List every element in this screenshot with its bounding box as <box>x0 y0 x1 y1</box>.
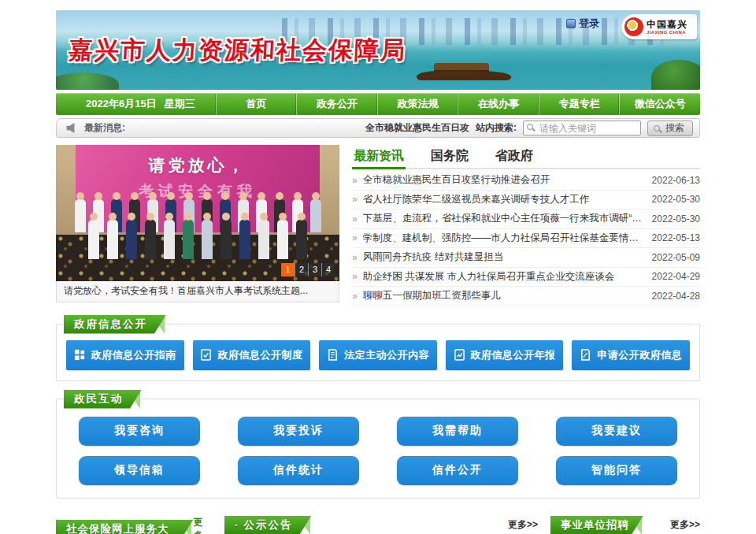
section-title: 事业单位招聘 <box>550 516 643 534</box>
doc-check-icon <box>200 349 212 361</box>
news-item-date: 2022-05-13 <box>652 232 700 243</box>
tab-latest-news[interactable]: 最新资讯 <box>352 145 406 169</box>
search-button-icon <box>654 125 660 132</box>
social-insurance-ribbon: 社会保险网上服务大厅 <box>56 520 193 534</box>
info-disclosure-section: 政府信息公开 政府信息公开指南 政府信息公开制度 法定主动公开内容 政府信息公开… <box>56 324 700 381</box>
news-item[interactable]: » 风雨同舟齐抗疫 结对共建显担当 2022-05-09 <box>352 248 700 268</box>
news-item-date: 2022-05-09 <box>652 252 700 263</box>
nav-item-gov-disclosure[interactable]: 政务公开 <box>296 93 377 115</box>
speaker-icon <box>66 123 75 134</box>
button-smart-qa[interactable]: 智能问答 <box>556 456 677 485</box>
site-search-label: 站内搜索: <box>476 121 517 135</box>
jiaxing-logo[interactable]: 中国嘉兴 JIAXING CHINA <box>621 14 697 39</box>
button-complain[interactable]: 我要投诉 <box>238 417 359 446</box>
person-figure <box>258 220 269 259</box>
news-item-title: 聊聊五一假期加班工资那些事儿 <box>363 289 643 302</box>
site-title: 嘉兴市人力资源和社会保障局 <box>68 34 407 67</box>
news-item[interactable]: » 学制度、建机制、强防控——市人力社保局召开社保基金要情专题学习会 2022-… <box>352 229 700 249</box>
backdrop-text-line1: 请党放心， <box>76 154 320 176</box>
header-banner: 嘉兴市人力资源和社会保障局 登录 中国嘉兴 JIAXING CHINA <box>56 10 700 90</box>
news-item-date: 2022-04-28 <box>652 291 700 302</box>
person-figure <box>107 220 118 259</box>
news-item[interactable]: » 聊聊五一假期加班工资那些事儿 2022-04-28 <box>352 287 700 306</box>
news-item[interactable]: » 全市稳就业惠民生百日攻坚行动推进会召开 2022-06-13 <box>352 171 700 191</box>
announcements-more-link[interactable]: 更多>> <box>508 518 538 532</box>
interaction-section: 政民互动 我要咨询 我要投诉 我需帮助 我要建议 领导信箱 信件统计 信件公开 … <box>56 399 700 499</box>
button-label: 法定主动公开内容 <box>344 348 429 362</box>
info-disclosure-header: 政府信息公开 <box>64 315 166 334</box>
nav-item-wechat[interactable]: 微信公众号 <box>619 93 700 115</box>
social-insurance-header: 社会保险网上服务大厅 更多 <box>56 516 212 534</box>
button-disclosure-guide[interactable]: 政府信息公开指南 <box>66 340 184 370</box>
news-item[interactable]: » 下基层、走流程，省社保和就业中心主任项薇一行来我市调研“国统”上线情况 20… <box>352 210 700 229</box>
nav-item-home[interactable]: 首页 <box>216 93 297 115</box>
news-item-title: 学制度、建机制、强防控——市人力社保局召开社保基金要情专题学习会 <box>363 232 643 245</box>
button-label: 申请公开政府信息 <box>597 348 682 362</box>
news-item[interactable]: » 省人社厅陈荣华二级巡视员来嘉兴调研专技人才工作 2022-05-30 <box>352 191 700 210</box>
recruitment-header: 事业单位招聘 更多>> <box>550 516 700 534</box>
person-figure <box>220 220 232 259</box>
recruitment-ribbon: 事业单位招聘 <box>550 516 643 534</box>
button-apply-disclosure[interactable]: 申请公开政府信息 <box>572 340 690 370</box>
pager-page-4[interactable]: 4 <box>321 263 335 276</box>
news-item[interactable]: » 助企纾困 共谋发展 市人力社保局召开重点企业交流座谈会 2022-04-29 <box>352 268 700 287</box>
person-figure <box>164 220 175 259</box>
recruitment-column: 事业单位招聘 更多>> •嘉兴市妇幼保健院2022年公开... •2022年嘉兴… <box>550 516 700 534</box>
nav-item-policies[interactable]: 政策法规 <box>377 93 458 115</box>
recruitment-more-link[interactable]: 更多>> <box>670 518 700 532</box>
person-figure <box>126 220 137 259</box>
interaction-buttons: 我要咨询 我要投诉 我需帮助 我要建议 领导信箱 信件统计 信件公开 智能问答 <box>57 399 699 498</box>
social-insurance-more-link[interactable]: 更多 <box>193 516 212 534</box>
pager-page-2[interactable]: 2 <box>295 263 308 276</box>
grid-icon <box>74 349 86 361</box>
button-suggest[interactable]: 我要建议 <box>556 417 677 446</box>
carousel-pager: 1 2 3 4 <box>281 263 335 276</box>
button-need-help[interactable]: 我需帮助 <box>397 417 518 446</box>
button-letter-disclosure[interactable]: 信件公开 <box>397 456 518 485</box>
book-icon <box>327 349 339 361</box>
button-annual-report[interactable]: 政府信息公开年报 <box>446 340 564 370</box>
jiaxing-logo-text: 中国嘉兴 JIAXING CHINA <box>647 20 687 35</box>
section-title: 公示公告 <box>244 519 293 531</box>
pager-page-3[interactable]: 3 <box>308 263 321 276</box>
section-title: 社会保险网上服务大厅 <box>56 520 193 534</box>
login-link[interactable]: 登录 <box>566 17 599 31</box>
button-leader-mailbox[interactable]: 领导信箱 <box>79 456 200 485</box>
button-consult[interactable]: 我要咨询 <box>79 417 200 446</box>
arrow-icon: » <box>352 252 358 263</box>
group-photo-front-row <box>56 220 339 259</box>
nav-item-special-topics[interactable]: 专题专栏 <box>539 93 620 115</box>
button-letter-stats[interactable]: 信件统计 <box>238 456 359 485</box>
person-figure <box>202 220 213 259</box>
button-disclosure-rules[interactable]: 政府信息公开制度 <box>193 340 311 370</box>
search-icon <box>527 124 533 130</box>
tab-provincial-gov[interactable]: 省政府 <box>494 145 535 169</box>
search-button-label: 搜索 <box>665 122 684 133</box>
logo-subtitle: JIAXING CHINA <box>647 30 687 35</box>
search-input[interactable] <box>523 121 641 135</box>
section-title-wrap: ·公示公告 <box>224 516 312 534</box>
pager-page-1[interactable]: 1 <box>281 263 295 276</box>
nav-date: 2022年6月15日 星期三 <box>56 93 216 115</box>
carousel-caption[interactable]: 请党放心，考试安全有我！首届嘉兴市人事考试系统主题... <box>56 281 339 302</box>
main-content-row: 请党放心， 考试安全有我 <box>56 145 700 306</box>
tab-state-council[interactable]: 国务院 <box>429 145 470 169</box>
news-item-title: 下基层、走流程，省社保和就业中心主任项薇一行来我市调研“国统”上线情况 <box>363 212 643 225</box>
search-input-wrap <box>523 121 641 135</box>
arrow-icon: » <box>352 194 358 205</box>
announcements-ribbon: ·公示公告 <box>224 516 312 534</box>
photo-carousel[interactable]: 请党放心， 考试安全有我 <box>56 145 339 306</box>
announcements-header: ·公示公告 更多>> <box>224 516 538 534</box>
section-title: 政府信息公开 <box>64 315 166 334</box>
news-item-title: 全市稳就业惠民生百日攻坚行动推进会召开 <box>363 173 643 187</box>
news-item-date: 2022-04-29 <box>652 271 700 282</box>
logo-title: 中国嘉兴 <box>647 20 687 30</box>
button-legal-disclosure[interactable]: 法定主动公开内容 <box>319 340 437 370</box>
trees-decoration-left <box>56 72 119 90</box>
nav-item-online-services[interactable]: 在线办事 <box>458 93 539 115</box>
button-label: 政府信息公开制度 <box>217 348 302 362</box>
ticker-scrolling-text[interactable]: 全市稳就业惠民生百日攻 <box>365 121 469 135</box>
search-button[interactable]: 搜索 <box>647 121 693 136</box>
button-label: 政府信息公开指南 <box>91 348 176 362</box>
login-icon <box>566 19 576 28</box>
